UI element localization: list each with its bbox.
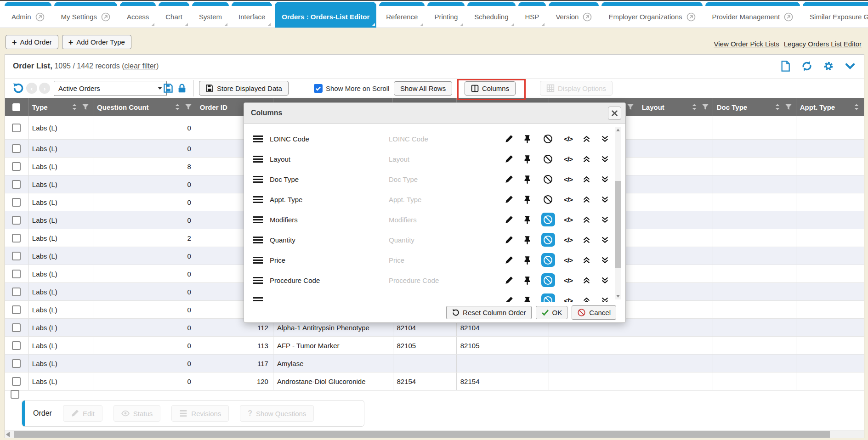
scroll-up-arrow[interactable] bbox=[616, 129, 620, 131]
sort-icon[interactable] bbox=[853, 103, 860, 111]
row-checkbox[interactable] bbox=[12, 270, 21, 278]
legacy-orders-list-editor-link[interactable]: Legacy Orders List Editor bbox=[784, 40, 862, 48]
close-button[interactable] bbox=[608, 107, 621, 120]
code-icon[interactable]: </> bbox=[564, 135, 573, 143]
horizontal-scrollbar[interactable] bbox=[5, 430, 864, 438]
revisions-button[interactable]: Revisions bbox=[171, 405, 229, 422]
column-config-row[interactable]: Price Price </> bbox=[244, 250, 625, 270]
move-bottom-icon[interactable] bbox=[600, 215, 610, 225]
move-bottom-icon[interactable] bbox=[600, 154, 610, 164]
tab-version[interactable]: Version bbox=[549, 2, 599, 28]
drag-handle-icon[interactable] bbox=[253, 135, 263, 142]
filter-icon[interactable] bbox=[185, 103, 192, 111]
move-top-icon[interactable] bbox=[582, 134, 591, 144]
row-checkbox[interactable] bbox=[12, 198, 21, 207]
row-checkbox[interactable] bbox=[12, 288, 21, 296]
pin-icon[interactable] bbox=[522, 296, 532, 303]
tab-orders-list-editor[interactable]: Orders : Orders-List Editor bbox=[275, 2, 376, 28]
undo-icon[interactable] bbox=[12, 83, 23, 94]
save-view-icon[interactable] bbox=[163, 83, 173, 93]
pin-icon[interactable] bbox=[522, 134, 532, 144]
column-header-type[interactable]: Type bbox=[28, 98, 93, 116]
row-checkbox[interactable] bbox=[12, 180, 21, 189]
edit-pencil-icon[interactable] bbox=[504, 276, 514, 285]
move-top-icon[interactable] bbox=[582, 276, 591, 285]
open-external-icon[interactable] bbox=[35, 12, 45, 22]
code-icon[interactable]: </> bbox=[564, 276, 573, 284]
new-row-checkbox[interactable] bbox=[11, 390, 19, 399]
view-order-pick-lists-link[interactable]: View Order Pick Lists bbox=[714, 40, 779, 48]
pin-icon[interactable] bbox=[522, 175, 532, 184]
tab-interface[interactable]: Interface bbox=[232, 2, 272, 28]
row-checkbox[interactable] bbox=[12, 341, 21, 350]
add-order-button[interactable]: + Add Order bbox=[6, 35, 58, 49]
scroll-down-arrow[interactable] bbox=[616, 295, 620, 298]
drag-handle-icon[interactable] bbox=[253, 237, 263, 243]
saved-view-select[interactable]: Active Orders bbox=[54, 81, 167, 96]
scroll-left-arrow[interactable] bbox=[6, 432, 10, 437]
move-top-icon[interactable] bbox=[582, 235, 591, 245]
pin-icon[interactable] bbox=[522, 215, 532, 225]
edit-pencil-icon[interactable] bbox=[504, 296, 514, 303]
hide-column-icon[interactable] bbox=[541, 172, 555, 186]
move-top-icon[interactable] bbox=[582, 195, 591, 204]
dialog-scrollbar[interactable] bbox=[615, 127, 621, 299]
column-header-doc-type[interactable]: Doc Type bbox=[713, 98, 796, 116]
move-top-icon[interactable] bbox=[582, 215, 591, 225]
code-icon[interactable]: </> bbox=[564, 155, 573, 163]
chevron-down-icon[interactable] bbox=[845, 61, 856, 72]
reset-column-order-button[interactable]: Reset Column Order bbox=[446, 306, 532, 319]
column-config-row[interactable]: Doc Type Doc Type </> bbox=[244, 169, 625, 189]
column-config-row[interactable]: Modifiers Modifiers </> bbox=[244, 209, 625, 230]
move-bottom-icon[interactable] bbox=[600, 255, 610, 265]
tab-system[interactable]: System bbox=[192, 2, 229, 28]
columns-button[interactable]: Columns bbox=[465, 81, 516, 96]
move-top-icon[interactable] bbox=[582, 154, 591, 164]
hide-column-icon[interactable] bbox=[541, 273, 555, 287]
filter-icon[interactable] bbox=[82, 103, 89, 111]
code-icon[interactable]: </> bbox=[564, 216, 573, 224]
sort-icon[interactable] bbox=[774, 103, 781, 111]
row-checkbox[interactable] bbox=[12, 377, 21, 386]
row-checkbox[interactable] bbox=[12, 359, 21, 368]
move-bottom-icon[interactable] bbox=[600, 175, 610, 184]
clear-filter-link[interactable]: clear filter bbox=[125, 62, 156, 70]
move-bottom-icon[interactable] bbox=[600, 296, 610, 303]
row-checkbox[interactable] bbox=[12, 305, 21, 314]
tab-access[interactable]: Access bbox=[120, 2, 156, 28]
sort-icon[interactable] bbox=[691, 103, 698, 111]
tab-employer-organizations[interactable]: Employer Organizations bbox=[601, 2, 702, 28]
move-top-icon[interactable] bbox=[582, 175, 591, 184]
next-view-button[interactable]: › bbox=[39, 83, 50, 94]
tab-scheduling[interactable]: Scheduling bbox=[467, 2, 515, 28]
column-config-row-partial[interactable]: </> bbox=[244, 290, 625, 302]
show-questions-button[interactable]: ? Show Questions bbox=[240, 405, 314, 422]
edit-pencil-icon[interactable] bbox=[504, 215, 514, 225]
select-all-checkbox[interactable] bbox=[12, 103, 20, 111]
dialog-titlebar[interactable]: Columns bbox=[244, 103, 625, 124]
filter-icon[interactable] bbox=[627, 103, 634, 111]
new-document-icon[interactable] bbox=[780, 61, 791, 72]
pin-icon[interactable] bbox=[522, 235, 532, 245]
pin-icon[interactable] bbox=[522, 195, 532, 204]
row-checkbox[interactable] bbox=[12, 144, 21, 153]
code-icon[interactable]: </> bbox=[564, 236, 573, 244]
filter-icon[interactable] bbox=[785, 103, 792, 111]
drag-handle-icon[interactable] bbox=[253, 176, 263, 183]
hide-column-icon[interactable] bbox=[541, 152, 555, 166]
drag-handle-icon[interactable] bbox=[253, 277, 263, 284]
tab-admin[interactable]: Admin bbox=[5, 2, 51, 28]
move-bottom-icon[interactable] bbox=[600, 195, 610, 204]
open-external-icon[interactable] bbox=[101, 12, 110, 22]
column-config-row[interactable]: LOINC Code LOINC Code </> bbox=[244, 129, 625, 149]
edit-pencil-icon[interactable] bbox=[504, 154, 514, 164]
column-config-row[interactable]: Appt. Type Appt. Type </> bbox=[244, 189, 625, 209]
column-config-row[interactable]: Quantity Quantity </> bbox=[244, 230, 625, 250]
column-header-layout[interactable]: Layout bbox=[638, 98, 713, 116]
column-header-question-count[interactable]: Question Count bbox=[93, 98, 196, 116]
show-all-rows-button[interactable]: Show All Rows bbox=[394, 81, 452, 96]
sort-icon[interactable] bbox=[174, 103, 181, 111]
column-config-row[interactable]: Procedure Code Procedure Code </> bbox=[244, 270, 625, 290]
lock-icon[interactable] bbox=[177, 83, 187, 93]
tab-provider-management[interactable]: Provider Management bbox=[705, 2, 800, 28]
